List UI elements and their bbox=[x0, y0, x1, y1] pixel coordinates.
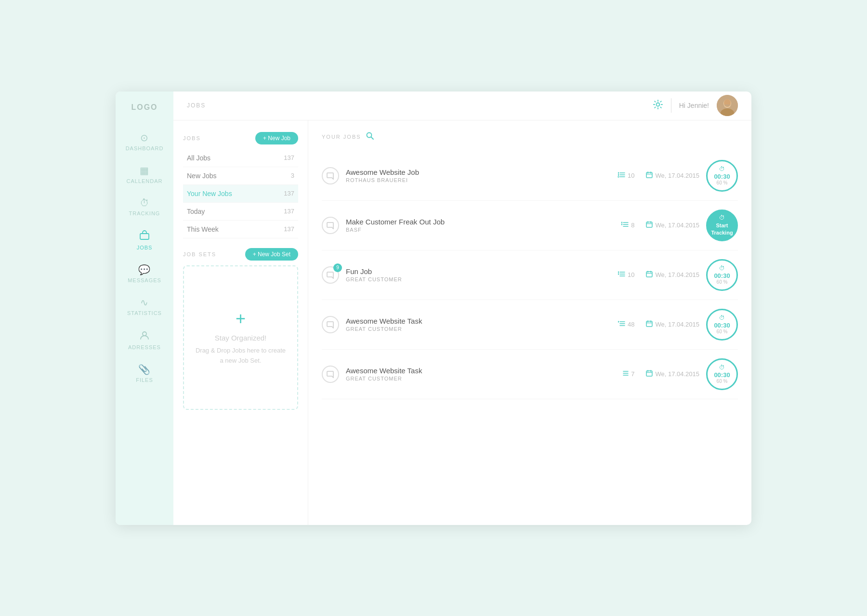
drag-drop-text: Drag & Drop Jobs here to create a new Jo… bbox=[194, 346, 288, 366]
task-count: 10 bbox=[617, 171, 634, 180]
comment-icon[interactable] bbox=[322, 316, 339, 333]
new-job-button[interactable]: + New Job bbox=[255, 132, 298, 144]
job-row: 9 Fun Job GREAT CUSTOMER bbox=[322, 250, 738, 300]
filter-this-week[interactable]: This Week 137 bbox=[183, 221, 298, 238]
job-company: ROTHAUS BRAUEREI bbox=[346, 177, 611, 183]
job-sets-section-header: JOB SETS + New Job Set bbox=[183, 248, 298, 261]
your-jobs-header: YOUR JOBS bbox=[322, 132, 738, 142]
comment-icon[interactable] bbox=[322, 167, 339, 184]
job-company: GREAT CUSTOMER bbox=[346, 276, 611, 282]
svg-line-8 bbox=[371, 137, 373, 139]
filter-today[interactable]: Today 137 bbox=[183, 203, 298, 221]
job-title: Awesome Website Job bbox=[346, 168, 611, 176]
job-title: Awesome Website Task bbox=[346, 367, 614, 375]
start-tracking-label: StartTracking bbox=[711, 222, 733, 236]
task-icon bbox=[621, 221, 629, 229]
sidebar-item-addresses[interactable]: ADRESSES bbox=[116, 323, 173, 357]
add-job-set-icon[interactable]: + bbox=[236, 309, 246, 329]
timer-circle[interactable]: ⏱ 00:30 60 % bbox=[706, 160, 738, 192]
job-info: Awesome Website Job ROTHAUS BRAUEREI bbox=[346, 168, 611, 183]
timer-clock-icon: ⏱ bbox=[719, 166, 725, 172]
job-info: Awesome Website Task GREAT CUSTOMER bbox=[346, 317, 611, 332]
task-icon bbox=[617, 271, 625, 279]
messages-icon: 💬 bbox=[138, 264, 151, 275]
new-job-set-button[interactable]: + New Job Set bbox=[245, 248, 298, 261]
job-date: We, 17.04.2015 bbox=[646, 171, 699, 180]
timer-circle[interactable]: ⏱ 00:30 60 % bbox=[706, 309, 738, 341]
jobs-section-header: JOBS + New Job bbox=[183, 132, 298, 144]
sidebar-item-messages[interactable]: 💬 MESSAGES bbox=[116, 257, 173, 290]
task-count: 10 bbox=[617, 271, 634, 279]
job-date-value: We, 17.04.2015 bbox=[655, 271, 699, 278]
sidebar-item-jobs[interactable]: JOBS bbox=[116, 223, 173, 257]
job-title: Awesome Website Task bbox=[346, 317, 611, 325]
settings-icon[interactable] bbox=[653, 99, 663, 112]
job-company: GREAT CUSTOMER bbox=[346, 376, 614, 381]
filter-new-jobs[interactable]: New Jobs 3 bbox=[183, 167, 298, 185]
svg-rect-40 bbox=[618, 321, 619, 323]
filter-your-new-jobs[interactable]: Your New Jobs 137 bbox=[183, 185, 298, 203]
job-sets-section-title: JOB SETS bbox=[183, 251, 216, 257]
sidebar-item-label: ADRESSES bbox=[128, 344, 161, 350]
comment-icon[interactable] bbox=[322, 366, 339, 383]
your-jobs-title: YOUR JOBS bbox=[322, 134, 361, 140]
calendar-icon bbox=[646, 171, 653, 180]
job-date: We, 17.04.2015 bbox=[646, 370, 699, 378]
sidebar-item-label: MESSAGES bbox=[128, 277, 161, 283]
timer-time: 00:30 bbox=[714, 173, 730, 180]
filter-label: Today bbox=[187, 208, 205, 215]
timer-circle[interactable]: ⏱ 00:30 60 % bbox=[706, 358, 738, 390]
comment-icon[interactable] bbox=[322, 217, 339, 234]
job-row: Awesome Website Task GREAT CUSTOMER bbox=[322, 300, 738, 350]
svg-rect-23 bbox=[621, 224, 622, 225]
sidebar-item-tracking[interactable]: ⏱ TRACKING bbox=[116, 191, 173, 223]
calendar-icon bbox=[646, 320, 653, 328]
job-filter-list: All Jobs 137 New Jobs 3 Your New Jobs 13… bbox=[183, 149, 298, 238]
filter-count: 137 bbox=[284, 190, 294, 197]
header: JOBS Hi Jennie! bbox=[173, 92, 751, 120]
job-date-value: We, 17.04.2015 bbox=[655, 370, 699, 378]
job-meta: 7 We, 17.04.2015 bbox=[621, 370, 699, 378]
logo: LOGO bbox=[131, 103, 158, 112]
task-count: 7 bbox=[621, 370, 634, 378]
job-info: Make Customer Freak Out Job BASF bbox=[346, 218, 614, 233]
sidebar-item-statistics[interactable]: ∿ STATISTICS bbox=[116, 290, 173, 323]
search-icon[interactable] bbox=[366, 132, 374, 142]
timer-clock-icon: ⏱ bbox=[719, 214, 725, 221]
timer-percent: 60 % bbox=[717, 279, 728, 285]
job-title: Fun Job bbox=[346, 267, 611, 275]
comment-icon[interactable]: 9 bbox=[322, 266, 339, 284]
svg-rect-0 bbox=[140, 234, 149, 239]
timer-circle[interactable]: ⏱ 00:30 60 % bbox=[706, 259, 738, 291]
task-count-value: 10 bbox=[628, 271, 634, 278]
svg-point-2 bbox=[656, 103, 659, 106]
svg-rect-48 bbox=[646, 371, 652, 376]
filter-label: All Jobs bbox=[187, 154, 210, 162]
calendar-icon bbox=[646, 370, 653, 378]
task-count: 48 bbox=[617, 320, 634, 328]
header-title: JOBS bbox=[187, 102, 206, 109]
stay-organized-text: Stay Organized! bbox=[215, 334, 267, 342]
task-icon bbox=[621, 370, 629, 378]
jobs-section: JOBS + New Job All Jobs 137 New Jobs 3 bbox=[183, 132, 298, 238]
job-meta: 10 We, 17.04.2015 bbox=[617, 171, 699, 180]
timer-clock-icon: ⏱ bbox=[719, 315, 725, 321]
sidebar-item-files[interactable]: 📎 FILES bbox=[116, 357, 173, 390]
svg-rect-33 bbox=[646, 272, 652, 277]
sidebar-item-label: JOBS bbox=[137, 245, 153, 250]
svg-rect-22 bbox=[621, 222, 622, 223]
job-info: Awesome Website Task GREAT CUSTOMER bbox=[346, 367, 614, 381]
filter-count: 137 bbox=[284, 208, 294, 215]
sidebar-item-label: STATISTICS bbox=[127, 310, 162, 316]
svg-rect-32 bbox=[618, 274, 619, 275]
sidebar-item-label: DASHBOARD bbox=[126, 145, 164, 151]
job-meta: 8 We, 17.04.2015 bbox=[621, 221, 699, 229]
job-date-value: We, 17.04.2015 bbox=[655, 172, 699, 179]
hi-text: Hi Jennie! bbox=[679, 102, 709, 109]
start-tracking-button[interactable]: ⏱ StartTracking bbox=[706, 210, 738, 241]
calendar-icon: ▦ bbox=[140, 165, 149, 176]
sidebar-item-calendar[interactable]: ▦ CALLENDAR bbox=[116, 158, 173, 191]
sidebar-item-dashboard[interactable]: ⊙ DASHBOARD bbox=[116, 125, 173, 158]
filter-all-jobs[interactable]: All Jobs 137 bbox=[183, 149, 298, 167]
job-company: BASF bbox=[346, 227, 614, 233]
